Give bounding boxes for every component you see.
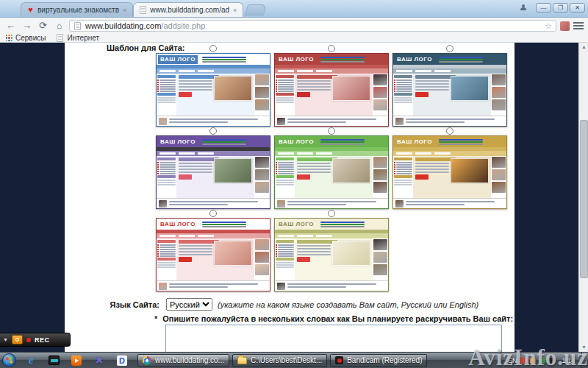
template-main [295,156,373,198]
template-sidebar [275,238,295,280]
page-icon [139,6,147,14]
browser-titlebar: ♥ виртуальные знакомств × www.builddatin… [0,0,588,18]
template-main [413,74,491,116]
media-dark-icon[interactable] [46,354,61,367]
bookmark-internet[interactable]: Интернет [56,34,99,42]
back-button[interactable]: ← [4,20,17,32]
template-searchband [275,151,388,156]
template-radio[interactable] [328,210,335,217]
language-hint: (укажите на каком языке создавать Вам са… [218,300,478,309]
start-button[interactable] [2,353,16,367]
page-icon [56,34,64,42]
template-option: ВАШ ЛОГО [156,45,270,127]
template-photo [332,76,370,101]
taskbar-button-label: Bandicam (Registered) [347,356,422,364]
taskbar-button[interactable]: Bandicam (Registered) [330,354,427,367]
profile-button[interactable] [515,2,531,13]
browser-toolbar: ← → ⟳ ⌂ www.builddating.com/addsite.php … [0,18,588,34]
template-cta-button [179,174,192,180]
play-orange-icon[interactable] [69,354,84,367]
template-radio[interactable] [446,127,453,135]
template-radio[interactable] [328,127,335,135]
template-searchband [157,233,270,238]
taskbar-button[interactable]: www.builddating.co... [137,354,229,367]
language-indicator[interactable]: EN [508,357,517,364]
camera-icon[interactable] [12,335,23,344]
page-scrollbar[interactable]: ▲ ▼ [578,43,588,352]
template-radio[interactable] [446,45,453,52]
tab-dating-site[interactable]: ♥ виртуальные знакомств × [21,2,133,17]
forward-button[interactable]: → [21,20,33,32]
template-logo: ВАШ ЛОГО [276,55,316,64]
clock[interactable]: 1:14 [562,357,575,364]
site-language-select[interactable]: Русский [166,298,212,311]
template-sidebar [275,74,295,116]
template-thumbnail-gold[interactable]: ВАШ ЛОГО [392,135,507,209]
url-path: /addsite.php [161,21,205,30]
template-thumbnail-blue[interactable]: ВАШ ЛОГО [156,53,270,127]
template-radio[interactable] [209,127,217,135]
template-header: ВАШ ЛОГО [157,136,270,147]
chevron-down-icon[interactable]: ▼ [3,337,8,342]
template-sidebar [157,238,176,280]
template-row: ВАШ ЛОГОВАШ ЛОГОВАШ ЛОГО [156,127,507,209]
tray-icon[interactable] [520,358,526,364]
tab-label: www.builddating.com/ad [150,6,229,14]
windows-logo-icon [6,357,13,364]
tray-icon[interactable] [549,358,555,364]
home-button[interactable]: ⌂ [53,20,65,32]
heart-icon: ♥ [26,6,35,14]
template-radio[interactable] [209,210,217,217]
bookmark-star-icon[interactable]: ☆ [545,21,552,31]
minimize-button[interactable]: — [536,3,551,13]
ie-icon[interactable]: e [24,354,38,367]
template-thumbnail-olive[interactable]: ВАШ ЛОГО [274,218,389,291]
template-photo [214,158,252,183]
template-member-photos [373,74,388,116]
template-thumbnail-slate[interactable]: ВАШ ЛОГО [392,53,507,127]
template-radio[interactable] [209,45,217,52]
template-thumbnail-purple[interactable]: ВАШ ЛОГО [156,135,270,209]
template-searchband [275,68,388,74]
extension-icon[interactable] [560,21,570,31]
template-thumbnail-red[interactable]: ВАШ ЛОГО [274,53,389,127]
tab-builddating[interactable]: www.builddating.com/ad × [133,2,243,17]
tray-icon[interactable] [539,358,545,364]
template-logo: ВАШ ЛОГО [276,138,316,146]
maximize-button[interactable]: ❐ [553,3,568,13]
d-blue-icon[interactable]: D [115,354,129,367]
close-icon[interactable]: × [232,7,237,14]
address-bar[interactable]: www.builddating.com/addsite.php ☆ [69,20,556,32]
reload-button[interactable]: ⟳ [37,20,49,32]
template-radio[interactable] [328,45,335,52]
describe-textarea[interactable] [165,325,502,352]
bookmark-label: Интернет [67,34,99,42]
template-feed [393,198,506,208]
menu-icon[interactable] [573,22,584,29]
x-purple-icon[interactable]: ✕ [92,354,107,367]
template-thumbnail-pink[interactable]: ВАШ ЛОГО [156,218,270,291]
template-main [176,156,254,198]
close-icon[interactable]: × [122,7,127,14]
page-viewport: Шаблон для Сайта: ВАШ ЛОГОВАШ ЛОГОВАШ ЛО… [0,43,588,352]
close-button[interactable]: ✕ [570,3,585,13]
template-member-photos [254,156,270,198]
template-sidebar [157,156,176,198]
scroll-down-icon[interactable]: ▼ [579,343,588,352]
describe-row: *Опишите пожалуйста в нескольких словах … [154,314,513,323]
template-photo [332,241,370,266]
template-sidebar [393,74,413,116]
template-thumbnail-green[interactable]: ВАШ ЛОГО [274,135,389,209]
template-header: ВАШ ЛОГО [157,54,270,65]
taskbar-button[interactable]: C:\Users\best\Deskt... [232,354,327,367]
template-logo: ВАШ ЛОГО [158,138,198,146]
show-desktop-button[interactable] [581,353,587,368]
new-tab-button[interactable] [245,4,268,15]
template-header: ВАШ ЛОГО [275,219,388,230]
scrollbar-thumb[interactable] [580,120,588,278]
tray-icon[interactable] [530,358,536,364]
bandicam-widget[interactable]: ▼ REC [0,333,71,347]
scroll-up-icon[interactable]: ▲ [579,43,588,52]
bookmark-services[interactable]: Сервисы [6,34,46,42]
template-grid: ВАШ ЛОГОВАШ ЛОГОВАШ ЛОГОВАШ ЛОГОВАШ ЛОГО… [156,45,507,292]
